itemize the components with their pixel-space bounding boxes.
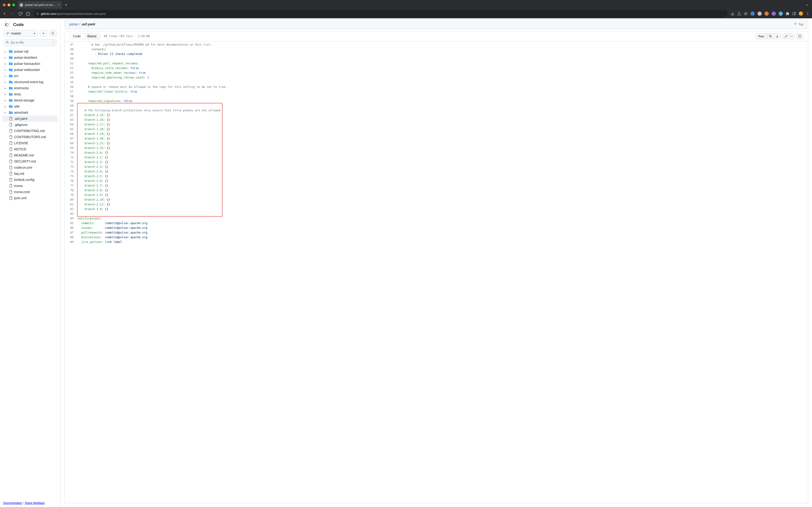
raw-button[interactable]: Raw (756, 33, 767, 39)
line-number[interactable]: 84 (65, 216, 78, 221)
line-number[interactable]: 56 (65, 84, 78, 89)
breadcrumb-repo[interactable]: pulsar (69, 22, 78, 26)
tree-folder[interactable]: ▸src (2, 73, 58, 79)
line-number[interactable]: 73 (65, 164, 78, 169)
tree-file[interactable]: ▸.gitignore (2, 122, 58, 128)
line-number[interactable]: 75 (65, 174, 78, 178)
tree-folder[interactable]: ▸testmocks (2, 85, 58, 91)
profile-avatar-icon[interactable] (799, 11, 803, 16)
kebab-menu-icon[interactable] (806, 12, 810, 15)
line-number[interactable]: 81 (65, 202, 78, 207)
search-files-button[interactable] (49, 30, 57, 37)
line-number[interactable]: 47 (65, 42, 78, 47)
copy-button[interactable] (767, 33, 774, 39)
tree-file[interactable]: ▸CONTRIBUTORS.md (2, 134, 58, 140)
tree-file[interactable]: ▸mvnw (2, 183, 58, 189)
branch-selector[interactable]: master ▾ (4, 30, 38, 37)
line-number[interactable]: 50 (65, 56, 78, 61)
edit-button[interactable] (782, 33, 790, 39)
line-number[interactable]: 80 (65, 198, 78, 202)
tree-file[interactable]: ▸pom.xml (2, 195, 58, 201)
line-number[interactable]: 87 (65, 230, 78, 235)
line-number[interactable]: 64 (65, 122, 78, 127)
line-number[interactable]: 79 (65, 193, 78, 198)
line-number[interactable]: 60 (65, 103, 78, 108)
line-number[interactable]: 67 (65, 136, 78, 141)
line-number[interactable]: 66 (65, 131, 78, 136)
file-tree[interactable]: ▸pulsar-sql▸pulsar-testclient▸pulsar-tra… (0, 48, 60, 499)
minimize-window-button[interactable] (7, 4, 10, 6)
tab-overflow-button[interactable] (805, 3, 810, 7)
line-number[interactable]: 83 (65, 212, 78, 216)
line-number[interactable]: 70 (65, 150, 78, 155)
tree-file[interactable]: ▸CONTRIBUTING.md (2, 128, 58, 134)
symbols-button[interactable] (796, 33, 803, 39)
share-feedback-link[interactable]: Share feedback (25, 501, 45, 505)
download-icon[interactable] (731, 12, 735, 15)
download-button[interactable] (774, 33, 781, 39)
extension-icon[interactable] (771, 11, 776, 16)
share-icon[interactable] (737, 12, 741, 15)
new-tab-button[interactable]: + (65, 3, 67, 7)
line-number[interactable]: 57 (65, 89, 78, 94)
line-number[interactable]: 54 (65, 75, 78, 80)
line-number[interactable]: 55 (65, 80, 78, 84)
collapse-sidebar-button[interactable] (4, 21, 10, 28)
close-window-button[interactable] (3, 4, 6, 6)
reload-button[interactable] (18, 12, 22, 16)
tree-file[interactable]: ▸LICENSE (2, 140, 58, 146)
line-number[interactable]: 59 (65, 99, 78, 103)
browser-tab[interactable]: pulsar/.asf.yaml at master · ap… × (17, 1, 62, 9)
extension-icon[interactable] (757, 11, 762, 16)
url-box[interactable]: github.com/apache/pulsar/blob/master/.as… (34, 10, 728, 17)
tree-folder[interactable]: ▸wireshark (2, 110, 58, 116)
tree-folder[interactable]: ▸tiered-storage (2, 97, 58, 103)
line-number[interactable]: 77 (65, 183, 78, 188)
tree-file[interactable]: ▸README.md (2, 152, 58, 158)
line-number[interactable]: 48 (65, 47, 78, 52)
tree-file[interactable]: ▸SECURITY.md (2, 158, 58, 164)
line-number[interactable]: 71 (65, 155, 78, 160)
line-number[interactable]: 49 (65, 52, 78, 56)
panel-icon[interactable] (792, 12, 796, 15)
tree-folder[interactable]: ▸structured-event-log (2, 79, 58, 85)
tree-file[interactable]: ▸codecov.yml (2, 164, 58, 171)
tree-file[interactable]: ▸.asf.yaml (2, 116, 58, 122)
line-number[interactable]: 63 (65, 117, 78, 122)
line-number[interactable]: 72 (65, 160, 78, 164)
tree-folder[interactable]: ▸pulsar-sql (2, 48, 58, 55)
extension-icon[interactable] (764, 11, 769, 16)
line-number[interactable]: 53 (65, 70, 78, 75)
line-number[interactable]: 74 (65, 169, 78, 174)
line-number[interactable]: 58 (65, 94, 78, 99)
add-file-button[interactable] (40, 30, 47, 37)
line-number[interactable]: 51 (65, 61, 78, 66)
tab-blame[interactable]: Blame (84, 33, 100, 39)
tree-file[interactable]: ▸mvnw.cmd (2, 189, 58, 195)
line-number[interactable]: 68 (65, 141, 78, 146)
maximize-window-button[interactable] (12, 4, 15, 6)
documentation-link[interactable]: Documentation (3, 501, 22, 505)
extensions-icon[interactable] (786, 12, 790, 15)
tree-file[interactable]: ▸faq.md (2, 171, 58, 177)
extension-icon[interactable] (778, 11, 783, 16)
home-button[interactable] (26, 12, 30, 16)
tree-folder[interactable]: ▸pulsar-websocket (2, 67, 58, 73)
edit-menu-button[interactable]: ▾ (790, 33, 794, 39)
line-number[interactable]: 61 (65, 108, 78, 113)
line-number[interactable]: 82 (65, 207, 78, 212)
jump-to-top[interactable]: Top (794, 22, 803, 26)
line-number[interactable]: 89 (65, 240, 78, 244)
line-number[interactable]: 65 (65, 127, 78, 131)
tree-folder[interactable]: ▸wiki (2, 103, 58, 110)
line-number[interactable]: 88 (65, 235, 78, 240)
tab-code[interactable]: Code (69, 33, 84, 39)
extension-icon[interactable] (750, 11, 755, 16)
forward-button[interactable] (10, 11, 14, 16)
line-number[interactable]: 52 (65, 66, 78, 70)
tree-folder[interactable]: ▸pulsar-testclient (2, 55, 58, 61)
line-number[interactable]: 62 (65, 113, 78, 117)
bookmark-star-icon[interactable] (744, 12, 748, 15)
line-number[interactable]: 76 (65, 178, 78, 183)
tree-file[interactable]: ▸lombok.config (2, 177, 58, 183)
